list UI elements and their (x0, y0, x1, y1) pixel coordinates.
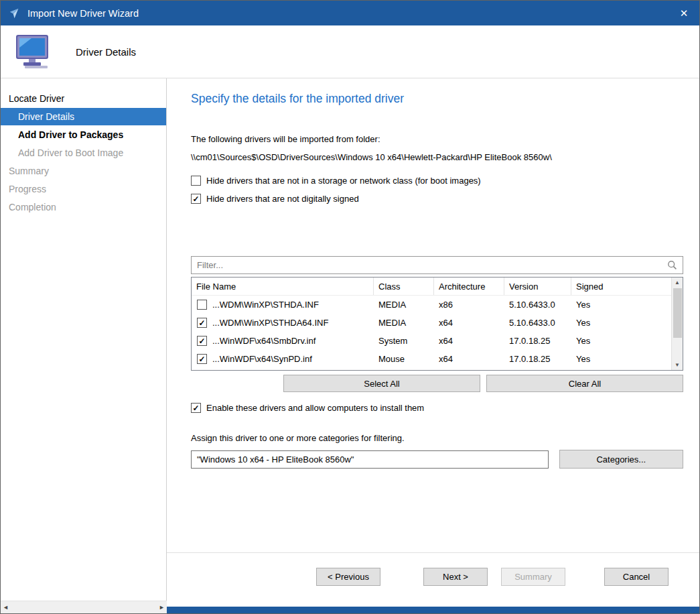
scroll-up-icon[interactable]: ▲ (672, 278, 683, 288)
checkbox-label: Hide drivers that are not in a storage o… (206, 176, 481, 186)
wizard-steps-sidebar: Locate Driver Driver Details Add Driver … (1, 78, 167, 601)
version-cell: 5.10.6433.0 (504, 318, 571, 328)
checkbox-box[interactable] (191, 194, 201, 204)
filter-box (191, 256, 683, 274)
architecture-cell: x86 (434, 300, 504, 310)
row-checkbox[interactable] (197, 300, 207, 310)
sidebar-item-add-driver-to-boot-image: Add Driver to Boot Image (1, 144, 166, 162)
sidebar-horizontal-scrollbar[interactable]: ◄ ► (1, 601, 167, 613)
file-name-cell: ...WinWDF\x64\SynPD.inf (212, 354, 312, 364)
column-header-architecture[interactable]: Architecture (434, 278, 504, 295)
category-field[interactable]: "Windows 10 x64 - HP EliteBook 8560w" (191, 450, 549, 469)
select-all-button[interactable]: Select All (283, 375, 480, 392)
version-cell: 17.0.18.25 (504, 336, 571, 346)
class-cell: MEDIA (374, 318, 434, 328)
hide-unsigned-checkbox[interactable]: Hide drivers that are not digitally sign… (191, 194, 683, 204)
scroll-down-icon[interactable]: ▼ (672, 360, 683, 370)
wizard-icon (9, 7, 21, 19)
table-header-row: File Name Class Architecture Version Sig… (192, 278, 671, 296)
scrollbar-thumb[interactable] (673, 288, 682, 338)
file-name-cell: ...WDM\WinXP\STHDA64.INF (212, 318, 328, 328)
enable-drivers-checkbox[interactable]: Enable these drivers and allow computers… (191, 403, 683, 413)
cancel-button[interactable]: Cancel (604, 568, 669, 586)
table-row[interactable]: ...WDM\WinXP\STHDA.INF MEDIA x86 5.10.64… (192, 296, 671, 314)
signed-cell: Yes (571, 354, 671, 364)
signed-cell: Yes (571, 336, 671, 346)
filter-input[interactable] (197, 260, 667, 270)
sidebar-item-progress: Progress (1, 180, 166, 198)
driver-table: File Name Class Architecture Version Sig… (191, 277, 683, 371)
hide-storage-checkbox[interactable]: Hide drivers that are not in a storage o… (191, 176, 683, 186)
import-new-driver-wizard-window: Import New Driver Wizard ✕ Driver Detail… (0, 0, 700, 614)
driver-source-path: \\cm01\Sources$\OSD\DriverSources\Window… (191, 152, 683, 162)
clear-all-button[interactable]: Clear All (486, 375, 683, 392)
computer-icon (14, 34, 53, 70)
version-cell: 5.10.6433.0 (504, 300, 571, 310)
row-checkbox[interactable] (197, 354, 207, 364)
column-header-file-name[interactable]: File Name (192, 278, 374, 295)
file-name-cell: ...WinWDF\x64\SmbDrv.inf (212, 336, 316, 346)
next-button[interactable]: Next > (423, 568, 488, 586)
table-row[interactable]: ...WDM\WinXP\STHDA64.INF MEDIA x64 5.10.… (192, 314, 671, 332)
bottom-accent-strip (167, 607, 699, 613)
checkbox-label: Enable these drivers and allow computers… (206, 403, 424, 413)
scrollbar-track[interactable] (672, 288, 683, 360)
file-name-cell: ...WDM\WinXP\STHDA.INF (212, 300, 319, 310)
table-row[interactable]: ...WinWDF\x64\SynPD.inf Mouse x64 17.0.1… (192, 350, 671, 368)
signed-cell: Yes (571, 300, 671, 310)
bottom-strip-holder (167, 601, 699, 613)
wizard-header: Driver Details (1, 25, 699, 78)
summary-button: Summary (501, 568, 565, 586)
class-cell: MEDIA (374, 300, 434, 310)
scroll-left-icon[interactable]: ◄ (3, 604, 9, 611)
class-cell: System (374, 336, 434, 346)
column-header-class[interactable]: Class (374, 278, 434, 295)
assign-category-text: Assign this driver to one or more catego… (191, 433, 683, 443)
table-row[interactable]: ...WinWDF\x64\SmbDrv.inf System x64 17.0… (192, 332, 671, 350)
categories-button[interactable]: Categories... (559, 450, 683, 469)
title-bar[interactable]: Import New Driver Wizard ✕ (1, 1, 699, 25)
column-header-version[interactable]: Version (504, 278, 571, 295)
sidebar-item-summary: Summary (1, 162, 166, 180)
close-icon[interactable]: ✕ (669, 1, 699, 25)
checkbox-box[interactable] (191, 403, 201, 413)
signed-cell: Yes (571, 318, 671, 328)
row-checkbox[interactable] (197, 336, 207, 346)
sidebar-item-completion: Completion (1, 198, 166, 216)
column-header-signed[interactable]: Signed (571, 278, 671, 295)
sidebar-item-driver-details[interactable]: Driver Details (1, 108, 166, 125)
version-cell: 17.0.18.25 (504, 354, 571, 364)
window-title: Import New Driver Wizard (27, 8, 669, 19)
intro-text: The following drivers will be imported f… (191, 134, 683, 144)
sidebar-item-locate-driver[interactable]: Locate Driver (1, 90, 166, 107)
checkbox-box[interactable] (191, 176, 201, 186)
content-heading: Specify the details for the imported dri… (191, 92, 683, 106)
search-icon (667, 260, 677, 270)
architecture-cell: x64 (434, 336, 504, 346)
table-vertical-scrollbar[interactable]: ▲ ▼ (671, 278, 683, 370)
sidebar-item-add-driver-to-packages[interactable]: Add Driver to Packages (1, 126, 166, 143)
wizard-footer: < Previous Next > Summary Cancel (167, 552, 699, 601)
architecture-cell: x64 (434, 354, 504, 364)
class-cell: Mouse (374, 354, 434, 364)
previous-button[interactable]: < Previous (316, 568, 380, 586)
architecture-cell: x64 (434, 318, 504, 328)
bottom-bar: ◄ ► (1, 601, 699, 613)
scroll-right-icon[interactable]: ► (159, 604, 165, 611)
row-checkbox[interactable] (197, 318, 207, 328)
page-title: Driver Details (76, 46, 136, 58)
checkbox-label: Hide drivers that are not digitally sign… (206, 194, 359, 204)
